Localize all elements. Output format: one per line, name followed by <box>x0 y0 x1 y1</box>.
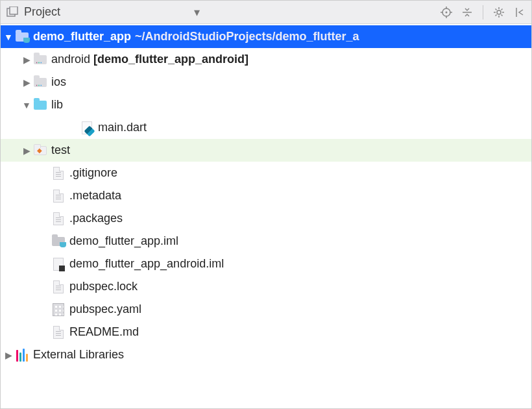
collapse-all-icon[interactable] <box>459 5 475 20</box>
source-folder-icon <box>32 97 49 113</box>
module-folder-icon <box>32 75 49 90</box>
module-folder-icon <box>32 52 49 68</box>
tree-item-label: pubspec.lock <box>69 280 138 293</box>
svg-line-16 <box>502 8 503 10</box>
dart-file-icon <box>79 120 95 136</box>
tree-item-path: ~/AndroidStudioProjects/demo_flutter_a <box>135 30 359 43</box>
tree-item-label: README.md <box>69 325 139 339</box>
yaml-file-icon <box>50 302 67 317</box>
tree-item-label: demo_flutter_app <box>33 30 131 43</box>
project-tree: ▼ demo_flutter_app ~/AndroidStudioProjec… <box>1 24 531 366</box>
expand-arrow-icon[interactable]: ▼ <box>21 100 32 110</box>
tree-item-label: .packages <box>69 212 123 225</box>
project-pane-icon <box>5 5 20 20</box>
tree-item-pubspec-yaml[interactable]: pubspec.yaml <box>1 298 531 321</box>
project-toolbar: Project ▾ <box>1 1 531 24</box>
tree-item-label: main.dart <box>98 121 147 134</box>
tree-item-label: .metadata <box>69 189 121 203</box>
svg-line-17 <box>496 14 497 16</box>
module-folder-icon <box>50 234 67 249</box>
tree-item-label: demo_flutter_app_android.iml <box>69 257 224 271</box>
text-file-icon <box>50 211 67 227</box>
module-folder-icon <box>14 29 30 45</box>
tree-item-label: ios <box>51 75 66 89</box>
tree-item-label: android [demo_flutter_app_android] <box>51 53 248 66</box>
tree-item-label: pubspec.yaml <box>69 303 141 316</box>
tree-item-iml2[interactable]: demo_flutter_app_android.iml <box>1 253 531 275</box>
expand-arrow-icon[interactable]: ▶ <box>21 145 32 156</box>
svg-point-3 <box>446 11 448 13</box>
tree-item-iml1[interactable]: demo_flutter_app.iml <box>1 230 531 253</box>
toolbar-actions <box>439 5 527 20</box>
text-file-icon <box>50 325 67 340</box>
svg-rect-1 <box>10 6 18 14</box>
project-view-label: Project <box>24 5 60 19</box>
hide-panel-icon[interactable] <box>512 5 527 20</box>
test-folder-icon <box>32 143 49 158</box>
tree-item-label: test <box>51 143 70 157</box>
tree-item-external-libraries[interactable]: ▶ External Libraries <box>1 343 531 366</box>
separator <box>483 5 483 19</box>
text-file-icon <box>50 166 67 181</box>
expand-arrow-icon[interactable]: ▶ <box>21 55 32 65</box>
expand-arrow-icon[interactable]: ▶ <box>3 350 14 360</box>
expand-arrow-icon[interactable]: ▼ <box>3 32 14 42</box>
tree-item-test[interactable]: ▶ test <box>1 139 531 162</box>
tree-item-ios[interactable]: ▶ ios <box>1 71 531 93</box>
gear-icon[interactable] <box>491 5 507 20</box>
tree-root-project[interactable]: ▼ demo_flutter_app ~/AndroidStudioProjec… <box>1 25 531 48</box>
tree-item-label: lib <box>51 98 63 112</box>
tree-item-packages[interactable]: .packages <box>1 207 531 230</box>
tree-item-gitignore[interactable]: .gitignore <box>1 162 531 184</box>
text-file-icon <box>50 279 67 295</box>
expand-arrow-icon[interactable]: ▶ <box>21 77 32 88</box>
text-file-icon <box>50 188 67 204</box>
svg-point-9 <box>497 10 501 14</box>
locate-icon[interactable] <box>439 5 454 20</box>
tree-item-metadata[interactable]: .metadata <box>1 184 531 207</box>
tree-item-label: .gitignore <box>69 166 117 180</box>
tree-item-lib[interactable]: ▼ lib <box>1 93 531 116</box>
tree-item-readme[interactable]: README.md <box>1 321 531 343</box>
svg-line-15 <box>502 14 503 16</box>
chevron-down-icon: ▾ <box>194 5 200 19</box>
project-view-selector[interactable]: Project ▾ <box>5 5 439 20</box>
tree-item-main-dart[interactable]: main.dart <box>1 116 531 139</box>
svg-line-14 <box>496 8 497 10</box>
tree-item-pubspec-lock[interactable]: pubspec.lock <box>1 275 531 298</box>
tree-item-label: External Libraries <box>33 348 124 362</box>
tree-item-label: demo_flutter_app.iml <box>69 234 178 248</box>
libraries-icon <box>14 347 30 363</box>
tree-item-android[interactable]: ▶ android [demo_flutter_app_android] <box>1 48 531 71</box>
iml-file-icon <box>50 256 67 272</box>
